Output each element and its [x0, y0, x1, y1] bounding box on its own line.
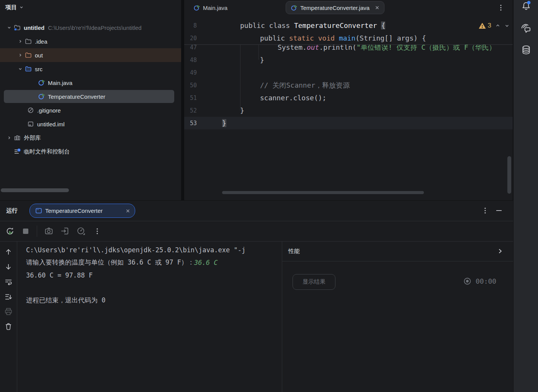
line-number[interactable]: 51 [184, 95, 197, 101]
stop-button[interactable] [22, 227, 29, 235]
library-icon [14, 134, 21, 141]
line-number[interactable]: 52 [184, 107, 197, 114]
console-line: 36.60 C = 97.88 F [26, 269, 282, 281]
tree-item-label: Main.java [48, 80, 72, 86]
profiler-gauge-button[interactable] [77, 227, 86, 236]
ignored-file-icon [27, 107, 34, 114]
module-folder-icon [14, 24, 21, 31]
tree-item-out[interactable]: out [0, 48, 181, 62]
project-panel-header[interactable]: 项目 [0, 0, 181, 15]
performance-header[interactable]: 性能 [282, 241, 513, 261]
chevron-right-icon[interactable] [497, 248, 503, 254]
prev-warning-chevron-icon[interactable] [495, 23, 500, 28]
sticky-line-20: 20 public static void main(String[] args… [184, 32, 513, 44]
folder-icon [25, 38, 32, 45]
rerun-button[interactable] [5, 227, 15, 236]
tree-item-untitled[interactable]: untitled C:\Users\b're'ri'l\IdeaProjects… [0, 21, 181, 34]
run-tab-label: TemperatureConverter [45, 207, 126, 214]
editor-vertical-scrollbar[interactable] [507, 156, 511, 194]
record-icon [463, 277, 471, 285]
tree-item-gitignore[interactable]: .gitignore [0, 103, 181, 117]
tree-item-scratches[interactable]: 临时文件和控制台 [0, 145, 181, 158]
run-header: 运行 TemperatureConverter [0, 201, 513, 221]
ai-assistant-icon[interactable] [520, 22, 532, 35]
tree-item-label: TemperatureConverter [48, 93, 105, 100]
editor-horizontal-scrollbar[interactable] [222, 191, 424, 194]
chevron-down-icon[interactable] [5, 25, 14, 30]
project-panel-title[interactable]: 项目 [5, 4, 17, 11]
tree-item-untitled-iml[interactable]: untitled.iml [0, 117, 181, 131]
code-line-49: 49 [184, 66, 513, 79]
timer-value: 00:00 [476, 277, 496, 285]
right-tool-strip [513, 0, 538, 392]
chevron-right-icon[interactable] [16, 39, 25, 44]
ide-window: 项目 untitled C:\Users\b're'ri'l\IdeaProje… [0, 0, 538, 392]
tree-item-label: 外部库 [24, 134, 41, 142]
run-body: C:\Users\b're'ri'l\.jdks\openjdk-25.0.2\… [0, 241, 513, 392]
console-output[interactable]: C:\Users\b're'ri'l\.jdks\openjdk-25.0.2\… [17, 241, 282, 392]
sticky-line-8: 8 public class TemperatureConverter { [184, 19, 513, 32]
close-icon[interactable] [126, 209, 130, 213]
project-panel: 项目 untitled C:\Users\b're'ri'l\IdeaProje… [0, 0, 181, 200]
tree-item-temperatureconverter[interactable]: TemperatureConverter [0, 90, 181, 103]
source-folder-icon [25, 65, 32, 72]
chevron-right-icon[interactable] [5, 136, 14, 140]
run-tab-temperatureconverter[interactable]: TemperatureConverter [29, 204, 135, 218]
toolbar-separator [37, 225, 37, 237]
sticky-lines[interactable]: 8 public class TemperatureConverter { 20… [184, 15, 513, 45]
console-user-input: 36.6 C [194, 259, 217, 266]
inspections-widget[interactable]: 3 [479, 22, 510, 29]
scratches-icon [14, 148, 21, 155]
tree-item-label: untitled.iml [37, 121, 65, 127]
tree-item-main-java[interactable]: Main.java [0, 76, 181, 90]
tree-item-src[interactable]: src [0, 62, 181, 76]
java-class-icon [38, 79, 45, 86]
clear-all-icon[interactable] [4, 322, 13, 331]
code-line-52: 52 } [184, 104, 513, 117]
line-number[interactable]: 20 [184, 35, 197, 42]
tree-item-label: src [35, 66, 43, 72]
show-results-button[interactable]: 显示结果 [293, 274, 335, 290]
editor-area[interactable]: Main.java TemperatureConverter.java 47 S… [184, 0, 513, 200]
code-line-48: 48 } [184, 54, 513, 66]
chevron-right-icon[interactable] [16, 53, 25, 57]
line-number[interactable]: 47 [184, 44, 197, 51]
warning-indicator[interactable]: 3 [479, 22, 491, 29]
print-icon[interactable] [4, 307, 13, 316]
tree-item-idea[interactable]: .idea [0, 34, 181, 48]
code-line-50: 50 // 关闭Scanner，释放资源 [184, 79, 513, 91]
app-window-icon [36, 208, 42, 214]
next-warning-chevron-icon[interactable] [504, 23, 510, 28]
console-line: C:\Users\b're'ri'l\.jdks\openjdk-25.0.2\… [26, 243, 282, 256]
soft-wrap-icon[interactable] [4, 278, 13, 286]
more-kebab-icon[interactable] [94, 227, 101, 235]
excluded-folder-icon [25, 52, 32, 59]
scroll-to-end-icon[interactable] [4, 292, 13, 301]
chevron-down-icon[interactable] [16, 67, 25, 71]
camera-snapshot-button[interactable] [44, 227, 53, 235]
line-number[interactable]: 49 [184, 69, 197, 76]
console-line: 请输入要转换的温度与单位（例如 36.6 C 或 97 F）：36.6 C [26, 256, 282, 269]
run-options-kebab-icon[interactable] [482, 207, 489, 214]
tree-item-path: C:\Users\b're'ri'l\IdeaProjects\untitled [48, 24, 142, 31]
code-line-51: 51 scanner.close(); [184, 91, 513, 104]
run-tool-window-title[interactable]: 运行 [6, 207, 18, 214]
line-number[interactable]: 8 [184, 22, 197, 29]
run-toolbar [0, 221, 513, 242]
notifications-bell-icon[interactable] [520, 1, 532, 12]
scroll-down-icon[interactable] [4, 263, 13, 271]
minimize-icon[interactable] [495, 207, 503, 214]
java-class-icon [38, 93, 45, 100]
thread-dump-button[interactable] [61, 227, 69, 235]
project-horizontal-scrollbar[interactable] [1, 188, 69, 192]
line-number[interactable]: 53 [184, 120, 197, 127]
run-tool-window: 运行 TemperatureConverter [0, 201, 513, 392]
performance-title: 性能 [288, 248, 300, 255]
tree-item-external-libraries[interactable]: 外部库 [0, 131, 181, 145]
line-number[interactable]: 48 [184, 57, 197, 64]
database-icon[interactable] [520, 44, 532, 58]
scroll-up-icon[interactable] [4, 248, 13, 256]
tree-item-label: .gitignore [37, 107, 61, 114]
chevron-down-icon[interactable] [19, 5, 24, 10]
line-number[interactable]: 50 [184, 82, 197, 89]
